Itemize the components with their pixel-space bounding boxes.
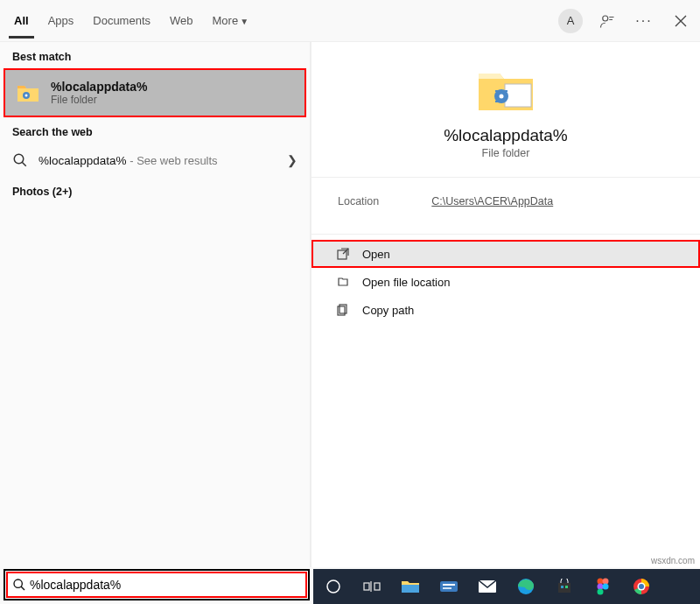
action-copy-path[interactable]: Copy path — [312, 296, 700, 324]
taskbar-edge-icon[interactable] — [514, 575, 537, 598]
svg-rect-22 — [561, 586, 564, 588]
taskbar-store-icon[interactable] — [553, 575, 576, 598]
svg-rect-15 — [364, 583, 369, 590]
svg-rect-16 — [374, 583, 380, 590]
result-name: %localappdata% — [51, 80, 294, 94]
search-icon — [12, 152, 28, 168]
svg-rect-18 — [443, 584, 455, 586]
taskbar-taskview-icon[interactable] — [360, 575, 383, 598]
svg-point-27 — [603, 584, 609, 590]
taskbar-chrome-icon[interactable] — [630, 575, 653, 598]
svg-point-3 — [14, 154, 24, 164]
action-open[interactable]: Open — [312, 240, 700, 268]
svg-rect-7 — [495, 90, 499, 92]
tab-row: All Apps Documents Web More▼ — [7, 5, 256, 36]
feedback-icon[interactable] — [595, 9, 620, 33]
section-search-web: Search the web — [0, 117, 310, 144]
taskbar-cortana-icon[interactable] — [322, 575, 345, 598]
action-open-location[interactable]: Open file location — [312, 268, 700, 296]
best-match-result[interactable]: %localappdata% File folder — [4, 68, 306, 117]
svg-rect-17 — [440, 581, 458, 592]
taskbar-explorer-icon[interactable] — [399, 575, 422, 598]
svg-point-6 — [500, 95, 504, 99]
preview-title: %localappdata% — [444, 126, 568, 145]
svg-rect-8 — [495, 101, 499, 102]
folder-large-icon — [475, 67, 536, 114]
search-bar[interactable] — [4, 569, 310, 600]
location-label: Location — [338, 195, 379, 207]
svg-point-14 — [327, 580, 340, 593]
search-icon — [12, 578, 26, 592]
detail-location: Location C:\Users\ACER\AppData — [312, 178, 700, 235]
taskbar-app-blue-icon[interactable] — [438, 575, 460, 598]
taskbar-figma-icon[interactable] — [592, 575, 614, 598]
svg-point-2 — [25, 95, 28, 97]
open-location-icon — [336, 275, 350, 289]
svg-point-28 — [598, 589, 604, 595]
folder-icon — [16, 81, 40, 105]
chevron-right-icon: ❯ — [287, 153, 298, 167]
web-result[interactable]: %localappdata% - See web results ❯ — [0, 144, 310, 177]
more-options-icon[interactable]: ··· — [632, 9, 656, 33]
section-best-match: Best match — [0, 42, 310, 68]
results-panel: Best match %localappdata% File folder Se… — [0, 42, 311, 567]
tab-web[interactable]: Web — [163, 5, 200, 36]
location-value[interactable]: C:\Users\ACER\AppData — [431, 195, 553, 207]
watermark: wsxdn.com — [651, 556, 695, 565]
top-tab-bar: All Apps Documents Web More▼ A ··· — [0, 0, 700, 42]
svg-rect-9 — [504, 90, 508, 92]
svg-point-13 — [14, 579, 22, 587]
preview-subtitle: File folder — [482, 147, 530, 159]
tab-more[interactable]: More▼ — [206, 5, 256, 36]
taskbar — [313, 569, 700, 604]
preview-panel: %localappdata% File folder Location C:\U… — [311, 42, 700, 567]
action-list: Open Open file location Copy path — [312, 235, 700, 324]
action-copy-path-label: Copy path — [362, 304, 414, 317]
svg-point-24 — [598, 579, 604, 585]
search-input[interactable] — [26, 578, 301, 592]
taskbar-mail-icon[interactable] — [476, 575, 499, 598]
svg-rect-19 — [443, 587, 452, 589]
copy-icon — [336, 303, 350, 317]
svg-rect-4 — [505, 84, 531, 107]
tab-documents[interactable]: Documents — [86, 5, 158, 36]
tab-all[interactable]: All — [7, 5, 36, 36]
svg-point-31 — [639, 584, 644, 589]
action-open-label: Open — [362, 248, 390, 261]
section-photos: Photos (2+) — [0, 177, 310, 203]
svg-point-0 — [603, 16, 608, 21]
tab-apps[interactable]: Apps — [41, 5, 81, 36]
result-type: File folder — [51, 94, 294, 106]
open-icon — [336, 247, 350, 261]
svg-point-25 — [603, 579, 609, 585]
user-avatar[interactable]: A — [558, 9, 583, 33]
web-suffix: - See web results — [127, 154, 218, 167]
web-term: %localappdata% — [38, 154, 127, 167]
svg-rect-23 — [565, 586, 568, 588]
action-open-location-label: Open file location — [362, 276, 450, 289]
chevron-down-icon: ▼ — [240, 17, 248, 26]
svg-point-26 — [598, 584, 604, 590]
close-icon[interactable] — [668, 9, 693, 33]
